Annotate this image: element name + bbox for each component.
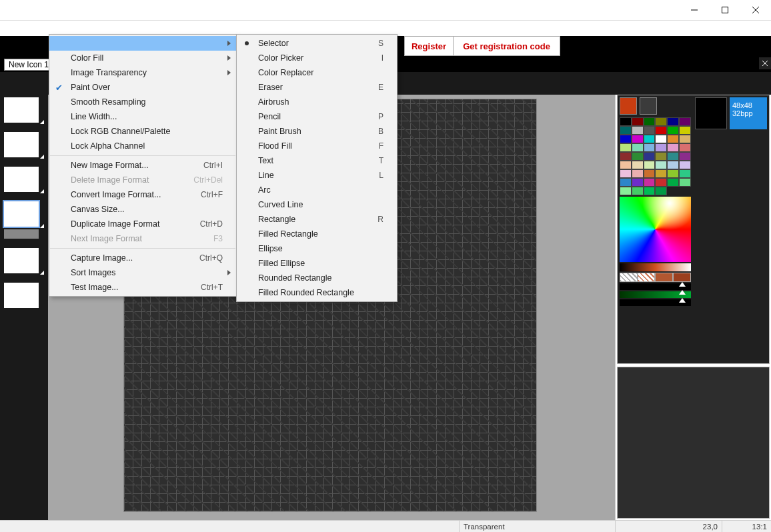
palette-swatch[interactable]	[632, 135, 644, 143]
palette-swatch[interactable]	[620, 152, 632, 161]
palette-swatch[interactable]	[655, 178, 667, 187]
palette-swatch[interactable]	[620, 117, 632, 126]
palette-swatch[interactable]	[644, 135, 656, 143]
palette-swatch[interactable]	[644, 169, 656, 178]
thumb-variant[interactable]	[4, 229, 39, 239]
palette-swatch[interactable]	[655, 117, 667, 126]
palette-swatch[interactable]	[679, 143, 691, 152]
document-tab-new-icon-1[interactable]: New Icon 1	[4, 59, 53, 71]
palette-swatch[interactable]	[644, 117, 656, 126]
submenu-item-paint_brush[interactable]: Paint BrushB	[237, 124, 397, 139]
palette-swatch[interactable]	[655, 135, 667, 143]
palette-swatch[interactable]	[632, 117, 644, 126]
palette-swatch[interactable]	[655, 126, 667, 135]
palette-swatch[interactable]	[655, 152, 667, 161]
palette-swatch[interactable]	[679, 117, 691, 126]
palette-swatch[interactable]	[644, 161, 656, 169]
menu-item-lock_rgb[interactable]: Lock RGB Channel/Palette	[49, 124, 236, 139]
thumb-size-selected[interactable]	[4, 201, 39, 227]
submenu-item-color_picker[interactable]: Color PickerI	[237, 51, 397, 65]
palette-swatch[interactable]	[667, 152, 679, 161]
submenu-item-filled_rectangle[interactable]: Filled Rectangle	[237, 227, 397, 241]
palette-swatch[interactable]	[644, 143, 656, 152]
palette-swatch[interactable]	[679, 135, 691, 143]
pattern-swatches[interactable]	[620, 273, 691, 282]
green-slider[interactable]	[620, 291, 691, 298]
submenu-item-line[interactable]: LineL	[237, 168, 397, 183]
alpha-slider[interactable]	[620, 283, 691, 290]
palette-swatch[interactable]	[655, 169, 667, 178]
maximize-button[interactable]	[710, 0, 740, 20]
palette-swatch[interactable]	[667, 178, 679, 187]
menu-item-paint_over[interactable]: ✔Paint Over	[49, 80, 236, 95]
palette-swatch[interactable]	[655, 143, 667, 152]
size-badge[interactable]: 48x48 32bpp	[730, 97, 767, 129]
palette-swatch[interactable]	[667, 126, 679, 135]
palette-swatch[interactable]	[679, 126, 691, 135]
submenu-item-color_replacer[interactable]: Color Replacer	[237, 65, 397, 80]
black-slider[interactable]	[620, 299, 691, 306]
palette-swatch[interactable]	[667, 117, 679, 126]
menu-item-canvas_size[interactable]: Canvas Size...	[49, 202, 236, 217]
menu-item-test_image[interactable]: Test Image...Ctrl+T	[49, 280, 236, 295]
background-color-swatch[interactable]	[640, 97, 657, 115]
lightness-slider[interactable]	[620, 263, 691, 271]
get-registration-code-button[interactable]: Get registration code	[453, 36, 560, 56]
submenu-item-rounded_rect[interactable]: Rounded Rectangle	[237, 271, 397, 285]
menu-item-color_fill[interactable]: Color Fill	[49, 51, 236, 65]
menu-item-conv_img_fmt[interactable]: Convert Image Format...Ctrl+F	[49, 187, 236, 202]
palette-swatch[interactable]	[655, 187, 667, 195]
foreground-color-swatch[interactable]	[620, 97, 637, 115]
submenu-item-filled_rounded_rect[interactable]: Filled Rounded Rectangle	[237, 285, 397, 300]
palette-swatch[interactable]	[644, 178, 656, 187]
palette-swatch[interactable]	[679, 169, 691, 178]
palette-swatch[interactable]	[679, 178, 691, 187]
submenu-item-eraser[interactable]: EraserE	[237, 80, 397, 95]
palette-swatch[interactable]	[620, 143, 632, 152]
palette-swatch[interactable]	[620, 126, 632, 135]
submenu-item-selector[interactable]: SelectorS	[237, 36, 397, 51]
menu-item-line_width[interactable]: Line Width...	[49, 109, 236, 124]
palette-swatch[interactable]	[667, 161, 679, 169]
tab-close-button[interactable]	[759, 57, 771, 69]
menu-item-image_transparency[interactable]: Image Transparency	[49, 65, 236, 80]
submenu-item-arc[interactable]: Arc	[237, 183, 397, 197]
submenu-item-text[interactable]: TextT	[237, 153, 397, 168]
palette-swatch[interactable]	[679, 152, 691, 161]
thumb-size-3[interactable]	[4, 167, 39, 192]
palette-swatch[interactable]	[620, 178, 632, 187]
palette-swatch[interactable]	[620, 187, 632, 195]
palette-swatch[interactable]	[632, 143, 644, 152]
menu-item-dup_img_fmt[interactable]: Duplicate Image FormatCtrl+D	[49, 217, 236, 231]
thumb-size-1[interactable]	[4, 97, 39, 123]
thumb-size-6[interactable]	[4, 283, 39, 308]
submenu-item-flood_fill[interactable]: Flood FillF	[237, 139, 397, 153]
palette-swatch[interactable]	[632, 152, 644, 161]
palette-swatch[interactable]	[620, 161, 632, 169]
palette-swatch[interactable]	[644, 187, 656, 195]
palette-swatch[interactable]	[632, 178, 644, 187]
minimize-button[interactable]	[679, 0, 710, 20]
palette-swatch[interactable]	[632, 169, 644, 178]
palette-swatch[interactable]	[667, 143, 679, 152]
menu-item-sort_images[interactable]: Sort Images	[49, 265, 236, 280]
palette-swatch[interactable]	[667, 135, 679, 143]
palette-swatch[interactable]	[632, 187, 644, 195]
palette-swatch[interactable]	[644, 152, 656, 161]
menu-item-lock_alpha[interactable]: Lock Alpha Channel	[49, 139, 236, 153]
submenu-item-curved_line[interactable]: Curved Line	[237, 197, 397, 212]
menu-item-drawing_tool[interactable]	[49, 36, 236, 51]
palette-swatch[interactable]	[620, 135, 632, 143]
submenu-item-pencil[interactable]: PencilP	[237, 109, 397, 124]
palette-swatch[interactable]	[655, 161, 667, 169]
palette-swatch[interactable]	[667, 169, 679, 178]
palette-swatch[interactable]	[644, 126, 656, 135]
submenu-item-filled_ellipse[interactable]: Filled Ellipse	[237, 256, 397, 271]
register-button[interactable]: Register	[404, 36, 454, 56]
thumb-size-5[interactable]	[4, 248, 39, 273]
submenu-item-airbrush[interactable]: Airbrush	[237, 95, 397, 109]
menu-item-capture_img[interactable]: Capture Image...Ctrl+Q	[49, 251, 236, 265]
color-picker-wheel[interactable]	[620, 197, 691, 262]
palette-swatch[interactable]	[679, 161, 691, 169]
submenu-item-ellipse[interactable]: Ellipse	[237, 241, 397, 256]
